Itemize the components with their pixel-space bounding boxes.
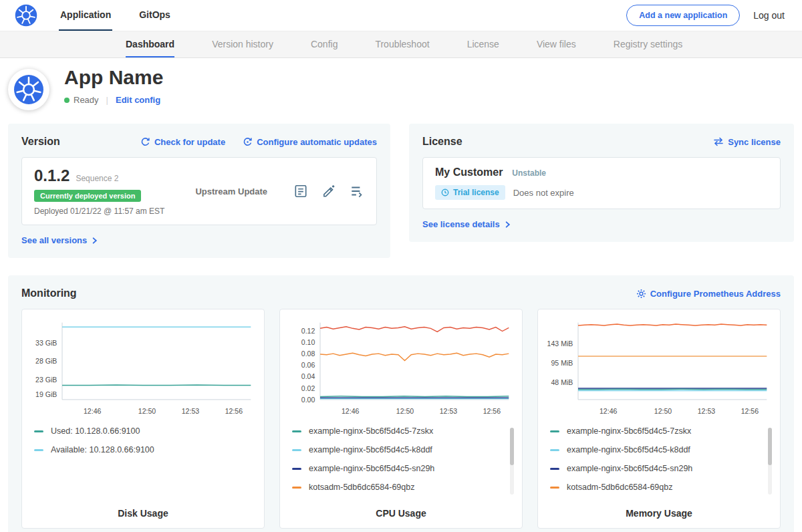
legend-label: example-nginx-5bc6f5d4c5-sn29h [309, 464, 434, 473]
svg-text:0.08: 0.08 [301, 350, 315, 358]
svg-text:12:46: 12:46 [84, 407, 102, 415]
svg-text:12:46: 12:46 [599, 407, 618, 415]
scrollbar-thumb[interactable] [768, 428, 772, 465]
tab-application[interactable]: Application [59, 0, 112, 31]
auto-update-icon [243, 137, 253, 147]
monitoring-heading: Monitoring [21, 287, 77, 299]
deploy-logs-icon[interactable] [350, 184, 364, 198]
legend-label: Available: 10.128.0.66:9100 [51, 445, 154, 454]
configure-prometheus-link[interactable]: Configure Prometheus Address [636, 289, 781, 299]
tab-gitops[interactable]: GitOps [138, 0, 172, 31]
topnav-tabs: Application GitOps [59, 0, 197, 31]
legend-item: example-nginx-5bc6f5d4c5-7zskx [550, 426, 767, 436]
svg-text:12:50: 12:50 [654, 407, 672, 415]
logout-link[interactable]: Log out [753, 10, 785, 21]
charts-row: 33 GiB28 GiB23 GiB19 GiB12:4612:5012:531… [21, 309, 781, 529]
legend-swatch [292, 468, 301, 470]
see-all-versions-link[interactable]: See all versions [21, 235, 98, 245]
svg-text:19 GiB: 19 GiB [35, 390, 57, 398]
svg-text:28 GiB: 28 GiB [35, 357, 57, 365]
sync-icon [713, 137, 724, 146]
svg-text:12:50: 12:50 [138, 407, 156, 415]
legend-label: Used: 10.128.0.66:9100 [51, 426, 140, 436]
cards-row: Version Check for update [0, 121, 802, 258]
chevron-right-icon [504, 221, 511, 229]
svg-text:0.00: 0.00 [301, 396, 315, 404]
cpu-usage-plot: 0.120.100.080.060.040.020.0012:4612:5012… [288, 317, 514, 422]
check-for-update-link[interactable]: Check for update [140, 137, 225, 147]
clock-icon [441, 188, 449, 196]
edit-config-icon[interactable] [321, 184, 336, 198]
edit-config-link[interactable]: Edit config [116, 95, 160, 105]
legend-item: example-nginx-5bc6f5d4c5-k8ddf [550, 445, 767, 454]
svg-text:95 MiB: 95 MiB [551, 359, 573, 367]
legend-swatch [550, 468, 559, 470]
memory-usage-chart-card: 143 MiB95 MiB48 MiB12:4612:5012:5312:56 … [537, 309, 781, 529]
disk-usage-chart-card: 33 GiB28 GiB23 GiB19 GiB12:4612:5012:531… [21, 309, 265, 529]
deployed-version-badge: Currently deployed version [34, 190, 141, 202]
scrollbar-thumb[interactable] [510, 428, 514, 465]
upstream-update-label: Upstream Update [195, 186, 267, 196]
legend-scrollbar[interactable] [510, 428, 514, 495]
version-number: 0.1.2 [34, 166, 70, 185]
legend-item: Used: 10.128.0.66:9100 [34, 426, 251, 436]
svg-text:12:46: 12:46 [342, 407, 360, 415]
subnav-tab-config[interactable]: Config [311, 31, 338, 57]
configure-automatic-updates-link[interactable]: Configure automatic updates [243, 137, 377, 147]
svg-text:33 GiB: 33 GiB [35, 339, 57, 347]
legend-label: example-nginx-5bc6f5d4c5-7zskx [567, 426, 691, 436]
legend-swatch [550, 449, 559, 451]
svg-text:0.12: 0.12 [301, 327, 315, 335]
legend-swatch [292, 430, 301, 432]
subnav-tab-license[interactable]: License [467, 31, 499, 57]
svg-text:12:56: 12:56 [741, 407, 759, 415]
release-notes-icon[interactable] [293, 184, 308, 198]
legend-item: example-nginx-5bc6f5d4c5-k8ddf [292, 445, 509, 454]
gear-icon [636, 289, 646, 299]
legend-scrollbar[interactable] [768, 428, 772, 495]
legend-label: example-nginx-5bc6f5d4c5-7zskx [309, 426, 433, 436]
svg-text:48 MiB: 48 MiB [551, 378, 573, 386]
kubernetes-app-icon [13, 74, 44, 105]
chart-title: Disk Usage [30, 501, 256, 519]
legend-swatch [550, 487, 559, 489]
divider: | [106, 95, 108, 105]
subnav-tab-dashboard[interactable]: Dashboard [126, 31, 174, 57]
memory-usage-plot: 143 MiB95 MiB48 MiB12:4612:5012:5312:56 [546, 317, 772, 422]
legend-item: kotsadm-5db6dc6584-69qbz [292, 483, 509, 492]
subnav-tab-troubleshoot[interactable]: Troubleshoot [375, 31, 429, 57]
legend-item: example-nginx-5bc6f5d4c5-sn29h [550, 464, 767, 473]
customer-name: My Customer [435, 166, 503, 178]
legend-swatch [34, 430, 43, 432]
add-application-button[interactable]: Add a new application [626, 5, 740, 26]
legend-item: Available: 10.128.0.66:9100 [34, 445, 251, 454]
cpu-usage-chart-card: 0.120.100.080.060.040.020.0012:4612:5012… [279, 309, 523, 529]
subnav-tab-registry-settings[interactable]: Registry settings [614, 31, 682, 57]
svg-text:23 GiB: 23 GiB [35, 376, 57, 384]
kots-admin-console: Application GitOps Add a new application… [0, 0, 802, 532]
svg-text:12:53: 12:53 [698, 407, 716, 415]
cpu-usage-legend: example-nginx-5bc6f5d4c5-7zskxexample-ng… [292, 426, 509, 492]
see-license-details-link[interactable]: See license details [422, 219, 511, 229]
memory-usage-legend: example-nginx-5bc6f5d4c5-7zskxexample-ng… [550, 426, 767, 492]
channel-label: Unstable [512, 168, 546, 178]
status-text: Ready [74, 95, 99, 105]
version-heading: Version [21, 136, 60, 148]
expiration-text: Does not expire [513, 188, 574, 198]
license-details-card: My Customer Unstable Trial license Doe [422, 157, 781, 209]
refresh-icon [140, 137, 150, 147]
monitoring-section: Monitoring Configure Prometheus Address … [8, 275, 794, 532]
app-subnav: Dashboard Version history Config Trouble… [0, 31, 802, 58]
chart-title: Memory Usage [546, 501, 772, 519]
trial-license-badge: Trial license [435, 185, 505, 200]
legend-swatch [550, 430, 559, 432]
legend-swatch [34, 449, 43, 451]
svg-text:0.02: 0.02 [301, 384, 315, 392]
chart-title: CPU Usage [288, 501, 514, 519]
legend-label: example-nginx-5bc6f5d4c5-k8ddf [567, 445, 690, 454]
svg-text:0.04: 0.04 [301, 372, 315, 380]
sync-license-link[interactable]: Sync license [713, 137, 781, 147]
svg-text:143 MiB: 143 MiB [547, 340, 573, 348]
subnav-tab-version-history[interactable]: Version history [212, 31, 273, 57]
subnav-tab-view-files[interactable]: View files [537, 31, 576, 57]
